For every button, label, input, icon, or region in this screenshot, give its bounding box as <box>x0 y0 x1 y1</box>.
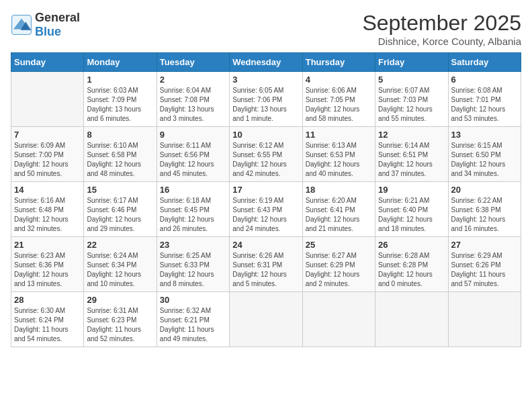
day-cell: 24Sunrise: 6:26 AMSunset: 6:31 PMDayligh… <box>230 237 302 292</box>
day-detail: Sunrise: 6:07 AMSunset: 7:03 PMDaylight:… <box>378 86 445 124</box>
week-row-4: 21Sunrise: 6:23 AMSunset: 6:36 PMDayligh… <box>11 237 521 292</box>
day-detail: Sunrise: 6:22 AMSunset: 6:38 PMDaylight:… <box>451 196 518 234</box>
day-detail: Sunrise: 6:08 AMSunset: 7:01 PMDaylight:… <box>451 86 518 124</box>
week-row-1: 1Sunrise: 6:03 AMSunset: 7:09 PMDaylight… <box>11 72 521 127</box>
day-cell: 15Sunrise: 6:17 AMSunset: 6:46 PMDayligh… <box>84 182 157 237</box>
day-cell: 18Sunrise: 6:20 AMSunset: 6:41 PMDayligh… <box>302 182 375 237</box>
day-detail: Sunrise: 6:26 AMSunset: 6:31 PMDaylight:… <box>232 251 299 289</box>
weekday-header-thursday: Thursday <box>302 53 375 72</box>
weekday-header-wednesday: Wednesday <box>230 53 302 72</box>
day-cell: 6Sunrise: 6:08 AMSunset: 7:01 PMDaylight… <box>448 72 521 127</box>
day-number: 11 <box>306 130 372 140</box>
day-detail: Sunrise: 6:18 AMSunset: 6:45 PMDaylight:… <box>160 196 226 234</box>
day-cell <box>375 292 448 347</box>
page-header: General Blue September 2025 Dishnice, Ko… <box>11 11 521 47</box>
weekday-header-tuesday: Tuesday <box>157 53 229 72</box>
day-detail: Sunrise: 6:05 AMSunset: 7:06 PMDaylight:… <box>232 86 299 124</box>
day-cell: 4Sunrise: 6:06 AMSunset: 7:05 PMDaylight… <box>302 72 375 127</box>
day-number: 1 <box>87 75 153 85</box>
day-detail: Sunrise: 6:12 AMSunset: 6:55 PMDaylight:… <box>232 141 299 179</box>
day-number: 30 <box>160 295 226 305</box>
day-detail: Sunrise: 6:32 AMSunset: 6:21 PMDaylight:… <box>160 306 226 344</box>
day-number: 2 <box>160 75 226 85</box>
day-number: 25 <box>306 240 372 250</box>
logo: General Blue <box>11 11 80 39</box>
day-number: 14 <box>14 185 81 195</box>
month-title: September 2025 <box>362 11 521 36</box>
weekday-header-row: SundayMondayTuesdayWednesdayThursdayFrid… <box>11 53 521 72</box>
day-detail: Sunrise: 6:20 AMSunset: 6:41 PMDaylight:… <box>306 196 372 234</box>
day-number: 18 <box>306 185 372 195</box>
day-cell: 16Sunrise: 6:18 AMSunset: 6:45 PMDayligh… <box>157 182 229 237</box>
day-detail: Sunrise: 6:29 AMSunset: 6:26 PMDaylight:… <box>451 251 518 289</box>
day-detail: Sunrise: 6:28 AMSunset: 6:28 PMDaylight:… <box>378 251 445 289</box>
day-cell: 27Sunrise: 6:29 AMSunset: 6:26 PMDayligh… <box>448 237 521 292</box>
day-cell: 2Sunrise: 6:04 AMSunset: 7:08 PMDaylight… <box>157 72 229 127</box>
day-detail: Sunrise: 6:11 AMSunset: 6:56 PMDaylight:… <box>160 141 226 179</box>
day-number: 26 <box>378 240 445 250</box>
day-detail: Sunrise: 6:16 AMSunset: 6:48 PMDaylight:… <box>14 196 81 234</box>
day-detail: Sunrise: 6:31 AMSunset: 6:23 PMDaylight:… <box>87 306 153 344</box>
day-cell: 1Sunrise: 6:03 AMSunset: 7:09 PMDaylight… <box>84 72 157 127</box>
day-detail: Sunrise: 6:30 AMSunset: 6:24 PMDaylight:… <box>14 306 81 344</box>
day-number: 7 <box>14 130 81 140</box>
logo-general: General <box>35 11 80 24</box>
day-cell: 3Sunrise: 6:05 AMSunset: 7:06 PMDaylight… <box>230 72 302 127</box>
day-cell: 22Sunrise: 6:24 AMSunset: 6:34 PMDayligh… <box>84 237 157 292</box>
day-number: 17 <box>232 185 299 195</box>
day-cell <box>230 292 302 347</box>
weekday-header-friday: Friday <box>375 53 448 72</box>
day-cell: 10Sunrise: 6:12 AMSunset: 6:55 PMDayligh… <box>230 127 302 182</box>
day-cell: 29Sunrise: 6:31 AMSunset: 6:23 PMDayligh… <box>84 292 157 347</box>
day-number: 29 <box>87 295 153 305</box>
day-detail: Sunrise: 6:13 AMSunset: 6:53 PMDaylight:… <box>306 141 372 179</box>
day-number: 23 <box>160 240 226 250</box>
day-detail: Sunrise: 6:03 AMSunset: 7:09 PMDaylight:… <box>87 86 153 124</box>
day-number: 20 <box>451 185 518 195</box>
day-number: 16 <box>160 185 226 195</box>
day-detail: Sunrise: 6:10 AMSunset: 6:58 PMDaylight:… <box>87 141 153 179</box>
day-cell: 5Sunrise: 6:07 AMSunset: 7:03 PMDaylight… <box>375 72 448 127</box>
week-row-2: 7Sunrise: 6:09 AMSunset: 7:00 PMDaylight… <box>11 127 521 182</box>
day-detail: Sunrise: 6:06 AMSunset: 7:05 PMDaylight:… <box>306 86 372 124</box>
day-cell: 26Sunrise: 6:28 AMSunset: 6:28 PMDayligh… <box>375 237 448 292</box>
day-cell <box>302 292 375 347</box>
day-number: 4 <box>306 75 372 85</box>
day-cell: 19Sunrise: 6:21 AMSunset: 6:40 PMDayligh… <box>375 182 448 237</box>
week-row-5: 28Sunrise: 6:30 AMSunset: 6:24 PMDayligh… <box>11 292 521 347</box>
day-number: 22 <box>87 240 153 250</box>
logo-icon <box>11 14 32 36</box>
day-detail: Sunrise: 6:25 AMSunset: 6:33 PMDaylight:… <box>160 251 226 289</box>
day-detail: Sunrise: 6:17 AMSunset: 6:46 PMDaylight:… <box>87 196 153 234</box>
day-detail: Sunrise: 6:24 AMSunset: 6:34 PMDaylight:… <box>87 251 153 289</box>
day-detail: Sunrise: 6:04 AMSunset: 7:08 PMDaylight:… <box>160 86 226 124</box>
day-cell: 30Sunrise: 6:32 AMSunset: 6:21 PMDayligh… <box>157 292 229 347</box>
day-number: 28 <box>14 295 81 305</box>
day-number: 27 <box>451 240 518 250</box>
day-number: 24 <box>232 240 299 250</box>
day-number: 6 <box>451 75 518 85</box>
day-cell: 25Sunrise: 6:27 AMSunset: 6:29 PMDayligh… <box>302 237 375 292</box>
calendar-table: SundayMondayTuesdayWednesdayThursdayFrid… <box>11 52 521 347</box>
day-number: 9 <box>160 130 226 140</box>
day-detail: Sunrise: 6:09 AMSunset: 7:00 PMDaylight:… <box>14 141 81 179</box>
day-number: 3 <box>232 75 299 85</box>
weekday-header-monday: Monday <box>84 53 157 72</box>
day-detail: Sunrise: 6:19 AMSunset: 6:43 PMDaylight:… <box>232 196 299 234</box>
day-number: 19 <box>378 185 445 195</box>
weekday-header-saturday: Saturday <box>448 53 521 72</box>
day-detail: Sunrise: 6:15 AMSunset: 6:50 PMDaylight:… <box>451 141 518 179</box>
day-detail: Sunrise: 6:23 AMSunset: 6:36 PMDaylight:… <box>14 251 81 289</box>
day-number: 8 <box>87 130 153 140</box>
day-number: 5 <box>378 75 445 85</box>
day-cell: 28Sunrise: 6:30 AMSunset: 6:24 PMDayligh… <box>11 292 84 347</box>
day-number: 10 <box>232 130 299 140</box>
logo-blue: Blue <box>35 25 61 38</box>
day-number: 12 <box>378 130 445 140</box>
day-number: 21 <box>14 240 81 250</box>
day-cell: 17Sunrise: 6:19 AMSunset: 6:43 PMDayligh… <box>230 182 302 237</box>
day-number: 13 <box>451 130 518 140</box>
location-subtitle: Dishnice, Korce County, Albania <box>362 36 521 47</box>
day-cell <box>448 292 521 347</box>
day-detail: Sunrise: 6:27 AMSunset: 6:29 PMDaylight:… <box>306 251 372 289</box>
